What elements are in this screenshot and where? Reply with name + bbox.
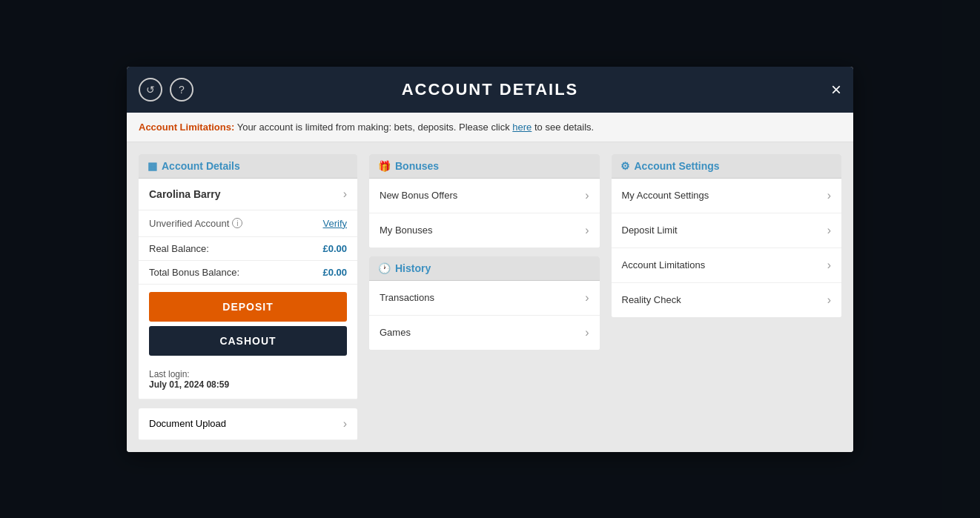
my-bonuses-item[interactable]: My Bonuses › bbox=[369, 213, 600, 248]
alert-link[interactable]: here bbox=[512, 122, 532, 133]
user-name-chevron: › bbox=[343, 187, 347, 201]
account-settings-column: ⚙ Account Settings My Account Settings ›… bbox=[612, 154, 842, 440]
document-upload-label: Document Upload bbox=[149, 418, 226, 429]
modal-header: ↺ ? ACCOUNT DETAILS × bbox=[127, 67, 853, 113]
modal-title: ACCOUNT DETAILS bbox=[402, 80, 579, 99]
bonuses-label: Bonuses bbox=[395, 160, 439, 172]
account-info: Carolina Barry › Unverified Account i Ve… bbox=[139, 179, 357, 399]
history-section: 🕐 History Transactions › Games › bbox=[369, 256, 600, 350]
unverified-label: Unverified Account i bbox=[149, 218, 242, 229]
user-name-row[interactable]: Carolina Barry › bbox=[139, 179, 357, 210]
games-chevron: › bbox=[585, 326, 589, 339]
bonuses-icon: 🎁 bbox=[378, 160, 391, 172]
alert-bar: Account Limitations: Your account is lim… bbox=[127, 113, 853, 142]
modal-body: ▦ Account Details Carolina Barry › Unver… bbox=[127, 142, 853, 452]
account-details-card: ▦ Account Details Carolina Barry › Unver… bbox=[139, 154, 357, 399]
history-header: 🕐 History bbox=[369, 256, 600, 281]
deposit-limit-item[interactable]: Deposit Limit › bbox=[612, 213, 842, 248]
my-account-settings-item[interactable]: My Account Settings › bbox=[612, 179, 842, 213]
verify-link[interactable]: Verify bbox=[322, 218, 347, 229]
account-settings-list: My Account Settings › Deposit Limit › Ac… bbox=[612, 179, 842, 317]
last-login: Last login: July 01, 2024 08:59 bbox=[139, 363, 357, 399]
alert-message: Your account is limited from making: bet… bbox=[237, 122, 513, 133]
account-settings-icon: ⚙ bbox=[620, 160, 630, 172]
reality-check-item[interactable]: Reality Check › bbox=[612, 283, 842, 317]
reality-check-chevron: › bbox=[827, 293, 831, 307]
bonuses-section: 🎁 Bonuses New Bonus Offers › My Bonuses … bbox=[369, 154, 600, 248]
history-list: Transactions › Games › bbox=[369, 281, 600, 350]
account-details-modal: ↺ ? ACCOUNT DETAILS × Account Limitation… bbox=[127, 67, 853, 452]
header-icons: ↺ ? bbox=[139, 78, 193, 102]
bonus-balance-value: £0.00 bbox=[322, 267, 347, 278]
account-settings-label: Account Settings bbox=[635, 160, 720, 172]
reality-check-label: Reality Check bbox=[622, 294, 681, 305]
alert-suffix: to see details. bbox=[534, 122, 594, 133]
bonus-balance-label: Total Bonus Balance: bbox=[149, 267, 239, 278]
my-bonuses-chevron: › bbox=[585, 224, 589, 237]
deposit-button[interactable]: DEPOSIT bbox=[149, 292, 347, 322]
cashout-button[interactable]: CASHOUT bbox=[149, 326, 347, 356]
account-limitations-item[interactable]: Account Limitations › bbox=[612, 248, 842, 283]
info-icon[interactable]: i bbox=[232, 218, 242, 228]
refresh-button[interactable]: ↺ bbox=[139, 78, 162, 102]
account-details-column: ▦ Account Details Carolina Barry › Unver… bbox=[139, 154, 357, 440]
real-balance-label: Real Balance: bbox=[149, 243, 209, 254]
user-name: Carolina Barry bbox=[149, 188, 220, 200]
transactions-item[interactable]: Transactions › bbox=[369, 281, 600, 316]
account-details-label: Account Details bbox=[162, 160, 240, 172]
alert-title: Account Limitations: bbox=[139, 122, 234, 133]
my-account-settings-label: My Account Settings bbox=[622, 190, 709, 201]
games-item[interactable]: Games › bbox=[369, 316, 600, 350]
bonuses-header: 🎁 Bonuses bbox=[369, 154, 600, 179]
bonus-balance-row: Total Bonus Balance: £0.00 bbox=[139, 261, 357, 285]
help-icon: ? bbox=[179, 84, 185, 96]
new-bonus-offers-chevron: › bbox=[585, 189, 589, 202]
modal-overlay: ↺ ? ACCOUNT DETAILS × Account Limitation… bbox=[0, 0, 980, 518]
document-upload-row[interactable]: Document Upload › bbox=[139, 408, 357, 440]
transactions-chevron: › bbox=[585, 291, 589, 305]
my-bonuses-label: My Bonuses bbox=[380, 225, 433, 236]
real-balance-row: Real Balance: £0.00 bbox=[139, 237, 357, 261]
help-button[interactable]: ? bbox=[170, 78, 193, 102]
history-label: History bbox=[395, 262, 431, 274]
deposit-limit-label: Deposit Limit bbox=[622, 225, 678, 236]
transactions-label: Transactions bbox=[380, 292, 434, 303]
my-account-settings-chevron: › bbox=[827, 189, 831, 202]
refresh-icon: ↺ bbox=[146, 84, 155, 96]
account-limitations-label: Account Limitations bbox=[622, 259, 706, 270]
account-details-icon: ▦ bbox=[148, 160, 157, 172]
new-bonus-offers-item[interactable]: New Bonus Offers › bbox=[369, 179, 600, 213]
bonuses-list: New Bonus Offers › My Bonuses › bbox=[369, 179, 600, 248]
account-settings-header: ⚙ Account Settings bbox=[612, 154, 842, 179]
account-details-header: ▦ Account Details bbox=[139, 154, 357, 179]
document-upload-chevron: › bbox=[343, 417, 347, 431]
deposit-limit-chevron: › bbox=[827, 224, 831, 237]
real-balance-value: £0.00 bbox=[322, 243, 347, 254]
account-settings-section: ⚙ Account Settings My Account Settings ›… bbox=[612, 154, 842, 317]
history-icon: 🕐 bbox=[378, 262, 391, 274]
document-upload-card: Document Upload › bbox=[139, 408, 357, 440]
close-button[interactable]: × bbox=[831, 81, 841, 99]
bonuses-history-column: 🎁 Bonuses New Bonus Offers › My Bonuses … bbox=[369, 154, 600, 440]
last-login-label: Last login: bbox=[149, 369, 347, 379]
games-label: Games bbox=[380, 327, 411, 338]
last-login-date: July 01, 2024 08:59 bbox=[149, 379, 347, 390]
account-limitations-chevron: › bbox=[827, 259, 831, 272]
unverified-row: Unverified Account i Verify bbox=[139, 210, 357, 237]
new-bonus-offers-label: New Bonus Offers bbox=[380, 190, 457, 201]
